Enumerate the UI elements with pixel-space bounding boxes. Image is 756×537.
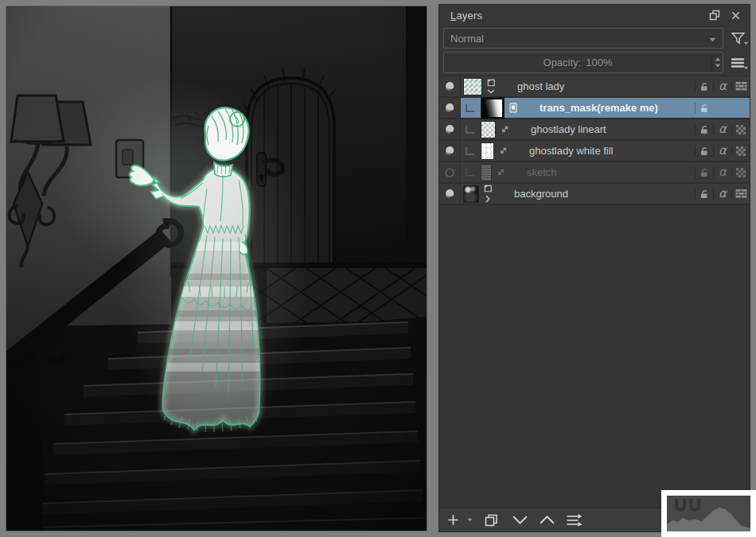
- layer-name[interactable]: ghost lady: [498, 80, 695, 92]
- blend-mode-value: Normal: [450, 33, 709, 45]
- close-icon[interactable]: [727, 8, 743, 22]
- layer-thumbnail[interactable]: [464, 186, 478, 202]
- visibility-toggle[interactable]: [439, 184, 461, 204]
- duplicate-layer-button[interactable]: [481, 511, 501, 530]
- layer-list: ghost lady α trans_mask(remake me): [439, 76, 750, 508]
- opacity-spinner[interactable]: [711, 53, 723, 72]
- inherit-alpha-toggle[interactable]: [731, 146, 750, 156]
- passthrough-toggle[interactable]: [731, 189, 750, 198]
- preview-popup-image: [667, 496, 750, 531]
- lock-open-icon: [699, 103, 710, 114]
- opacity-text: Opacity:100%: [444, 53, 711, 72]
- layer-thumbnail[interactable]: [481, 98, 504, 119]
- visibility-toggle[interactable]: [439, 141, 461, 161]
- child-indent-icon: [461, 104, 478, 112]
- lock-open-icon: [699, 167, 710, 178]
- docker-title: Layers: [450, 10, 482, 21]
- add-layer-icon: [446, 513, 460, 527]
- docker-titlebar[interactable]: Layers: [439, 5, 750, 25]
- group-layer-icon[interactable]: [484, 79, 498, 94]
- paint-layer-badge-icon: [496, 146, 510, 156]
- alpha-lock-toggle[interactable]: α: [713, 188, 731, 200]
- child-indent-icon: [461, 169, 478, 177]
- eye-icon: [443, 80, 456, 93]
- chevron-right-icon: [485, 195, 490, 203]
- layer-thumbnail[interactable]: [481, 165, 491, 181]
- paint-layer-badge-icon: [497, 125, 512, 134]
- inherit-alpha-checker-icon: [736, 168, 746, 177]
- layer-thumbnail[interactable]: [481, 143, 493, 159]
- add-layer-dropdown[interactable]: [465, 511, 474, 530]
- eye-closed-icon: [443, 166, 456, 179]
- passthrough-toggle[interactable]: [731, 82, 750, 91]
- lock-toggle[interactable]: [695, 81, 713, 92]
- move-layer-up-icon: [539, 515, 555, 525]
- layer-name[interactable]: sketch: [508, 166, 695, 178]
- layer-row[interactable]: trans_mask(remake me): [439, 98, 750, 119]
- lock-open-icon: [699, 189, 710, 200]
- layer-name[interactable]: ghostlady lineart: [512, 123, 695, 135]
- layer-row[interactable]: ghostlady white fill α: [439, 141, 750, 162]
- transparency-mask-icon: [506, 103, 520, 113]
- add-layer-button[interactable]: [442, 511, 463, 530]
- layer-properties-icon: [565, 513, 583, 527]
- inherit-alpha-checker-icon: [736, 125, 746, 134]
- chevron-down-icon: [709, 31, 716, 45]
- float-window-icon[interactable]: [707, 8, 723, 22]
- inherit-alpha-toggle[interactable]: [731, 168, 750, 177]
- caret-down-icon: [467, 518, 473, 522]
- child-indent-icon: [461, 147, 478, 155]
- lock-open-icon: [699, 146, 710, 157]
- layer-row[interactable]: sketch α: [439, 162, 750, 184]
- layer-name[interactable]: ghostlady white fill: [510, 145, 695, 157]
- move-layer-down-icon: [512, 515, 528, 525]
- lock-toggle[interactable]: [695, 189, 713, 200]
- eye-icon: [443, 102, 456, 115]
- chevron-down-icon: [487, 89, 495, 94]
- visibility-toggle[interactable]: [439, 119, 461, 139]
- krita-window: Layers Normal Op: [0, 0, 756, 537]
- move-layer-down-button[interactable]: [509, 511, 530, 530]
- passthrough-bricks-icon: [735, 82, 747, 91]
- alpha-lock-toggle[interactable]: α: [713, 145, 731, 157]
- layer-row[interactable]: background α: [439, 184, 750, 205]
- layer-properties-button[interactable]: [563, 511, 584, 530]
- blend-mode-select[interactable]: Normal: [443, 28, 723, 49]
- lock-open-icon: [699, 81, 710, 92]
- canvas-artwork: [6, 6, 427, 531]
- lock-toggle[interactable]: [695, 167, 713, 178]
- layer-row[interactable]: ghost lady α: [439, 76, 750, 98]
- layer-name[interactable]: trans_mask(remake me): [520, 102, 695, 114]
- visibility-toggle[interactable]: [439, 98, 461, 118]
- canvas-viewport[interactable]: [6, 6, 427, 531]
- inherit-alpha-toggle[interactable]: [731, 125, 750, 134]
- eye-icon: [443, 188, 456, 200]
- preview-popup: [661, 490, 756, 537]
- spin-down-icon: [715, 64, 721, 68]
- lock-toggle[interactable]: [695, 124, 713, 135]
- alpha-lock-toggle[interactable]: α: [713, 80, 731, 92]
- group-layer-icon[interactable]: [481, 185, 495, 203]
- eye-icon: [443, 123, 456, 136]
- lock-open-icon: [699, 124, 710, 135]
- eye-icon: [443, 145, 456, 158]
- layer-thumbnail[interactable]: [481, 122, 495, 138]
- layer-row[interactable]: ghostlady lineart α: [439, 119, 750, 141]
- duplicate-layer-icon: [483, 512, 499, 528]
- lock-toggle[interactable]: [695, 103, 713, 114]
- layer-list-menu-button[interactable]: [726, 53, 750, 73]
- opacity-slider[interactable]: Opacity:100%: [443, 52, 723, 73]
- layer-name[interactable]: background: [495, 188, 695, 200]
- inherit-alpha-checker-icon: [736, 146, 746, 156]
- layer-thumbnail[interactable]: [464, 79, 481, 95]
- paint-layer-badge-icon: [493, 168, 508, 177]
- lock-toggle[interactable]: [695, 146, 713, 157]
- spin-up-icon: [715, 57, 721, 61]
- child-indent-icon: [461, 126, 478, 134]
- visibility-toggle[interactable]: [439, 162, 461, 182]
- move-layer-up-button[interactable]: [536, 511, 557, 530]
- filter-layers-button[interactable]: [726, 28, 750, 49]
- visibility-toggle[interactable]: [439, 76, 461, 96]
- alpha-lock-toggle[interactable]: α: [713, 123, 731, 135]
- alpha-lock-toggle[interactable]: α: [713, 166, 731, 178]
